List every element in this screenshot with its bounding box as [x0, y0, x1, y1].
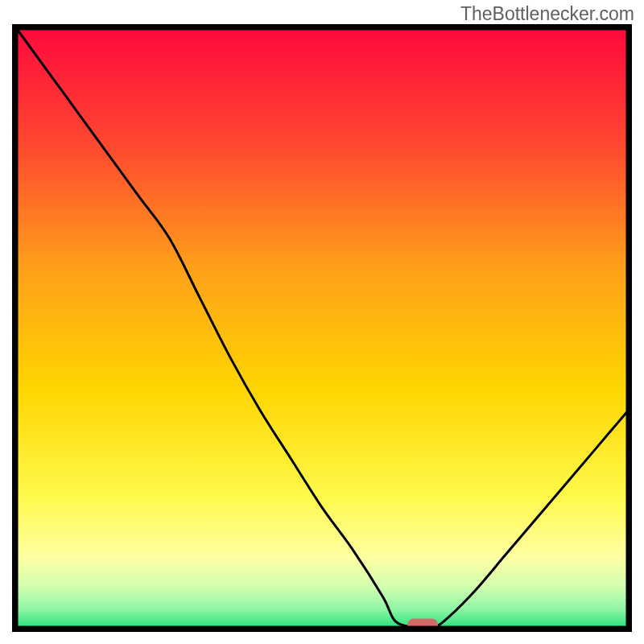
chart-svg	[12, 24, 632, 632]
chart-background	[17, 29, 627, 627]
watermark-text: TheBottlenecker.com	[460, 3, 634, 25]
bottleneck-chart	[12, 24, 632, 632]
